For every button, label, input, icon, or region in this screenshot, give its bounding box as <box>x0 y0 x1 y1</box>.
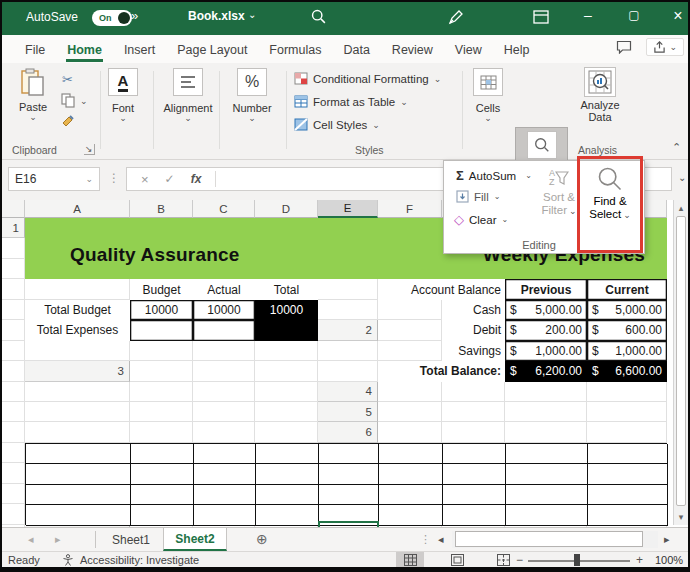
cell-c6[interactable] <box>505 422 587 442</box>
number-group-button[interactable]: % Number ⌄ <box>228 68 276 122</box>
cell-f2[interactable] <box>255 341 318 361</box>
bordered-cell[interactable] <box>443 444 506 464</box>
balance-header-current[interactable]: Current <box>587 279 667 299</box>
zoom-slider-thumb[interactable] <box>574 554 580 566</box>
cell-a5[interactable]: Total Budget <box>25 300 130 320</box>
autosave-toggle[interactable]: On <box>92 10 132 26</box>
comments-icon[interactable] <box>610 38 638 56</box>
column-header-f[interactable]: F <box>378 200 442 218</box>
cell-b4[interactable]: Budget <box>130 279 193 299</box>
bordered-cell[interactable] <box>194 464 256 484</box>
splitter-dots-icon[interactable]: ⋮ <box>420 533 431 546</box>
cell-d6[interactable] <box>587 422 667 442</box>
expand-formula-bar-icon[interactable]: ⌄ <box>678 174 686 182</box>
horizontal-scrollbar[interactable] <box>452 531 658 548</box>
bordered-cell[interactable] <box>588 444 668 464</box>
cell-i3[interactable] <box>255 382 318 402</box>
tab-insert[interactable]: Insert <box>113 38 166 61</box>
balance-label-cash[interactable]: Cash <box>442 300 505 320</box>
copy-icon[interactable] <box>61 93 75 112</box>
bordered-cell[interactable] <box>26 505 131 525</box>
balance-header-previous[interactable]: Previous <box>505 279 587 299</box>
bordered-cell[interactable] <box>131 505 194 525</box>
cell-g4[interactable] <box>130 402 193 422</box>
debit-previous[interactable]: $200.00 <box>505 320 587 340</box>
format-painter-icon[interactable] <box>61 113 76 132</box>
bordered-cell[interactable] <box>379 444 443 464</box>
hscroll-left-icon[interactable]: ◂ <box>438 533 444 546</box>
cell-f5[interactable] <box>25 422 130 442</box>
bordered-cell[interactable] <box>319 444 379 464</box>
bordered-cell[interactable] <box>26 485 131 505</box>
bordered-cell[interactable] <box>131 485 194 505</box>
cell-e3[interactable] <box>0 382 25 402</box>
bordered-cell[interactable] <box>256 444 319 464</box>
bordered-cell[interactable] <box>506 505 588 525</box>
bordered-cell[interactable] <box>379 464 443 484</box>
bordered-cell[interactable] <box>506 444 588 464</box>
bordered-cell[interactable] <box>443 485 506 505</box>
new-sheet-icon[interactable]: ⊕ <box>256 531 268 547</box>
normal-view-button[interactable] <box>396 552 424 568</box>
cell-b2[interactable] <box>0 341 25 361</box>
cell-g5[interactable] <box>130 422 193 442</box>
bordered-cell[interactable] <box>194 485 256 505</box>
bordered-cell[interactable] <box>588 485 668 505</box>
tab-view[interactable]: View <box>444 38 493 61</box>
enter-icon[interactable]: ✓ <box>165 172 175 186</box>
cell-f6[interactable] <box>0 463 25 483</box>
share-button[interactable]: ⌄ <box>646 38 684 56</box>
cell-e1[interactable] <box>318 279 378 299</box>
cell-a3[interactable] <box>130 361 193 381</box>
savings-current[interactable]: $1,000.00 <box>587 341 667 361</box>
row-header-1[interactable]: 1 <box>0 218 25 238</box>
horizontal-scroll-thumb[interactable] <box>455 531 643 547</box>
cell-i4[interactable] <box>255 402 318 422</box>
bordered-cell[interactable] <box>256 505 319 525</box>
bordered-cell[interactable] <box>131 464 194 484</box>
tab-home[interactable]: Home <box>56 38 113 61</box>
cell-c2[interactable] <box>25 341 130 361</box>
tab-sheet2[interactable]: Sheet2 <box>163 528 227 551</box>
conditional-formatting-button[interactable]: Conditional Formatting ⌄ <box>294 72 441 85</box>
cell-g3[interactable] <box>130 382 193 402</box>
balance-label-savings[interactable]: Savings <box>442 341 505 361</box>
tab-help[interactable]: Help <box>493 38 541 61</box>
savings-previous[interactable]: $1,000.00 <box>505 341 587 361</box>
total-balance-label[interactable]: Total Balance: <box>378 361 505 381</box>
cell-b6[interactable] <box>442 422 505 442</box>
maximize-button[interactable]: ▢ <box>624 8 644 22</box>
cell-h1[interactable] <box>378 300 442 320</box>
cell-h3[interactable] <box>193 382 255 402</box>
tab-page-layout[interactable]: Page Layout <box>166 38 258 61</box>
name-box[interactable]: E16 ⌄ <box>8 167 100 191</box>
bordered-cell[interactable] <box>506 485 588 505</box>
close-button[interactable]: × <box>668 7 688 25</box>
cell-b4[interactable] <box>442 382 505 402</box>
cell-d4[interactable] <box>587 382 667 402</box>
sort-filter-button[interactable]: AZ Sort & Filter⌄ <box>536 165 582 217</box>
cell-i1[interactable] <box>0 320 25 340</box>
zoom-level[interactable]: 100% <box>655 554 683 566</box>
cell-d4[interactable]: Total <box>255 279 318 299</box>
fill-button[interactable]: Fill ⌄ <box>456 190 500 203</box>
bordered-cell[interactable] <box>443 505 506 525</box>
balance-title[interactable]: Account Balance <box>378 279 505 299</box>
bordered-cell[interactable] <box>506 464 588 484</box>
zoom-out-icon[interactable]: − <box>516 553 523 567</box>
clipboard-dialog-launcher-icon[interactable]: ↘ <box>84 144 95 155</box>
format-as-table-button[interactable]: Format as Table ⌄ <box>294 95 408 108</box>
bordered-cell[interactable] <box>443 464 506 484</box>
analyze-data-button[interactable]: Analyze Data <box>576 67 624 123</box>
cell-d5[interactable]: 10000 <box>255 300 318 320</box>
bordered-cell[interactable] <box>256 464 319 484</box>
cell-c6[interactable] <box>193 320 255 340</box>
vertical-scrollbar[interactable]: ▴ ▾ <box>673 200 688 525</box>
cell-c5[interactable] <box>505 402 587 422</box>
accessibility-status[interactable]: Accessibility: Investigate <box>80 554 199 566</box>
bordered-cell[interactable] <box>319 485 379 505</box>
row-header-3[interactable]: 3 <box>25 361 130 381</box>
bordered-cell[interactable] <box>26 464 131 484</box>
cell-c3[interactable] <box>255 361 318 381</box>
grid-select-all-corner[interactable] <box>0 200 25 218</box>
